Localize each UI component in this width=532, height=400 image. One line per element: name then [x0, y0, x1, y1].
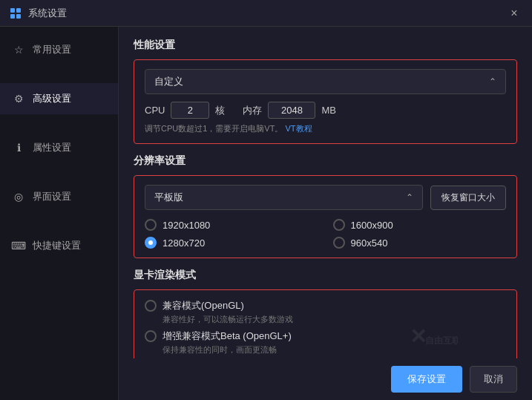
resolution-label-1600: 1600x900 — [351, 220, 393, 231]
resolution-section: 分辨率设置 平板版 ⌃ 恢复窗口大小 1920x1080 — [134, 154, 517, 258]
window-title: 系统设置 — [28, 7, 505, 20]
sidebar: ☆ 常用设置 ⚙ 高级设置 ℹ 属性设置 ◎ 界面设置 ⌨ 快捷键设置 — [0, 27, 119, 400]
svg-rect-2 — [10, 14, 15, 19]
sidebar-item-shortcuts[interactable]: ⌨ 快捷键设置 — [0, 230, 118, 261]
sidebar-item-label: 快捷键设置 — [33, 239, 81, 252]
save-button[interactable]: 保存设置 — [391, 366, 462, 393]
resolution-option-960[interactable]: 960x540 — [333, 237, 507, 249]
chevron-down-icon: ⌃ — [489, 76, 496, 87]
svg-rect-0 — [10, 8, 15, 13]
performance-hint: 调节CPU数超过1，需要开启电脑VT。 VT教程 — [145, 123, 506, 134]
resolution-label-1280: 1280x720 — [162, 237, 205, 249]
radio-1280[interactable] — [145, 237, 157, 249]
sidebar-spacer3 — [0, 163, 118, 181]
performance-title: 性能设置 — [134, 39, 517, 52]
close-button[interactable]: × — [505, 4, 523, 22]
performance-box: 自定义 ⌃ CPU 核 内存 MB 调节CPU数超过1，需要开启电脑VT。 VT… — [134, 59, 517, 144]
radio-1920[interactable] — [145, 219, 157, 231]
svg-rect-3 — [16, 14, 21, 19]
sidebar-item-properties[interactable]: ℹ 属性设置 — [0, 132, 118, 163]
radio-1600[interactable] — [333, 219, 345, 231]
app-icon — [9, 7, 22, 20]
sidebar-item-label: 常用设置 — [33, 43, 71, 56]
mem-unit: MB — [321, 105, 336, 116]
resolution-option-1600[interactable]: 1600x900 — [333, 219, 507, 231]
info-icon: ℹ — [12, 141, 25, 154]
resolution-grid: 1920x1080 1600x900 1280x720 960x540 — [145, 219, 506, 249]
resolution-title: 分辨率设置 — [134, 154, 517, 168]
gpu-openglplus-hint: 保持兼容性的同时，画面更流畅 — [162, 344, 506, 355]
cpu-input[interactable] — [171, 102, 209, 119]
sidebar-spacer1 — [0, 65, 118, 83]
gear-icon: ⚙ — [12, 92, 25, 105]
sidebar-item-label: 高级设置 — [33, 92, 71, 105]
interface-icon: ◎ — [12, 190, 25, 203]
cpu-unit: 核 — [215, 104, 225, 117]
gpu-opengl-hint: 兼容性好，可以流畅运行大多数游戏 — [162, 314, 506, 325]
sidebar-item-label: 属性设置 — [33, 141, 71, 154]
mem-label: 内存 — [243, 104, 262, 117]
sidebar-item-label: 界面设置 — [33, 190, 71, 203]
restore-window-button[interactable]: 恢复窗口大小 — [430, 186, 506, 210]
resolution-option-1280[interactable]: 1280x720 — [145, 237, 318, 249]
cpu-memory-row: CPU 核 内存 MB — [145, 102, 506, 119]
resolution-dropdown[interactable]: 平板版 ⌃ — [145, 185, 423, 210]
sidebar-spacer4 — [0, 212, 118, 230]
resolution-dropdown-value: 平板版 — [154, 191, 183, 204]
gpu-opengl-label: 兼容模式(OpenGL) — [162, 299, 244, 312]
bottom-bar: 保存设置 取消 — [119, 358, 532, 400]
keyboard-icon: ⌨ — [12, 239, 25, 252]
performance-dropdown[interactable]: 自定义 ⌃ — [145, 69, 506, 94]
gpu-openglplus-label: 增强兼容模式Beta (OpenGL+) — [162, 329, 292, 343]
resolution-box: 平板版 ⌃ 恢复窗口大小 1920x1080 1600x900 — [134, 175, 517, 258]
gpu-openglplus-row[interactable]: 增强兼容模式Beta (OpenGL+) — [145, 329, 506, 343]
sidebar-item-advanced[interactable]: ⚙ 高级设置 — [0, 83, 118, 114]
chevron-down-icon: ⌃ — [406, 192, 413, 203]
performance-section: 性能设置 自定义 ⌃ CPU 核 内存 MB 调节CPU数超过1，需要开启电脑V… — [134, 39, 517, 144]
performance-dropdown-value: 自定义 — [154, 75, 183, 88]
mem-input[interactable] — [268, 102, 315, 119]
svg-rect-1 — [16, 8, 21, 13]
gpu-opengl-row[interactable]: 兼容模式(OpenGL) — [145, 299, 506, 312]
radio-openglplus[interactable] — [145, 330, 157, 342]
resolution-option-1920[interactable]: 1920x1080 — [145, 219, 318, 231]
resolution-label-960: 960x540 — [351, 237, 388, 249]
radio-opengl[interactable] — [145, 300, 157, 312]
resolution-top-row: 平板版 ⌃ 恢复窗口大小 — [145, 185, 506, 210]
vt-tutorial-link[interactable]: VT教程 — [285, 124, 312, 133]
sidebar-item-interface[interactable]: ◎ 界面设置 — [0, 181, 118, 212]
cancel-button[interactable]: 取消 — [470, 366, 517, 393]
sidebar-item-general[interactable]: ☆ 常用设置 — [0, 34, 118, 65]
sidebar-spacer2 — [0, 114, 118, 132]
cpu-label: CPU — [145, 105, 165, 116]
gpu-option-opengl: 兼容模式(OpenGL) 兼容性好，可以流畅运行大多数游戏 — [145, 299, 506, 325]
content-area: 性能设置 自定义 ⌃ CPU 核 内存 MB 调节CPU数超过1，需要开启电脑V… — [119, 27, 532, 400]
radio-960[interactable] — [333, 237, 345, 249]
resolution-label-1920: 1920x1080 — [162, 220, 210, 231]
gpu-title: 显卡渲染模式 — [134, 269, 517, 282]
star-icon: ☆ — [12, 43, 25, 56]
gpu-option-openglplus: 增强兼容模式Beta (OpenGL+) 保持兼容性的同时，画面更流畅 — [145, 329, 506, 355]
title-bar: 系统设置 × — [0, 0, 532, 27]
main-layout: ☆ 常用设置 ⚙ 高级设置 ℹ 属性设置 ◎ 界面设置 ⌨ 快捷键设置 性能设置 — [0, 27, 532, 400]
